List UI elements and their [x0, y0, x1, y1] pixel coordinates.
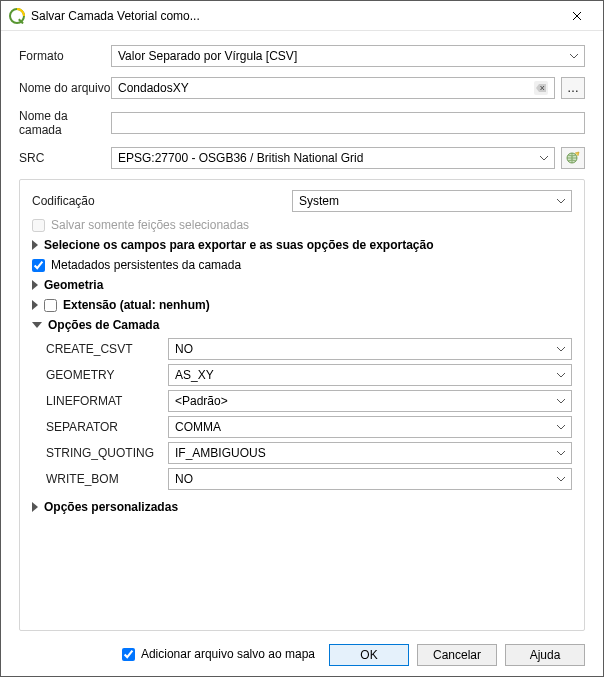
ellipsis-icon: …	[567, 81, 579, 95]
extent-checkbox[interactable]	[44, 299, 57, 312]
extent-section-label: Extensão (atual: nenhum)	[63, 298, 210, 312]
opt-lineformat-label: LINEFORMAT	[46, 394, 168, 408]
opt-geometry: GEOMETRY AS_XY	[46, 364, 572, 386]
opt-geometry-label: GEOMETRY	[46, 368, 168, 382]
chevron-right-icon	[32, 240, 38, 250]
extent-section-toggle[interactable]: Extensão (atual: nenhum)	[32, 298, 572, 312]
chevron-down-icon	[570, 52, 578, 60]
metadata-label: Metadados persistentes da camada	[51, 258, 241, 272]
opt-create-csvt-value: NO	[175, 342, 557, 356]
help-button[interactable]: Ajuda	[505, 644, 585, 666]
help-label: Ajuda	[530, 648, 561, 662]
ok-label: OK	[360, 648, 377, 662]
crs-row: SRC EPSG:27700 - OSGB36 / British Nation…	[19, 147, 585, 169]
custom-options-label: Opções personalizadas	[44, 500, 178, 514]
format-label: Formato	[19, 49, 111, 63]
select-crs-button[interactable]	[561, 147, 585, 169]
crs-combo[interactable]: EPSG:27700 - OSGB36 / British National G…	[111, 147, 555, 169]
chevron-down-icon	[540, 154, 548, 162]
opt-separator: SEPARATOR COMMA	[46, 416, 572, 438]
opt-write-bom-combo[interactable]: NO	[168, 468, 572, 490]
opt-write-bom: WRITE_BOM NO	[46, 468, 572, 490]
custom-options-toggle[interactable]: Opções personalizadas	[32, 500, 572, 514]
opt-lineformat: LINEFORMAT <Padrão>	[46, 390, 572, 412]
layer-options-toggle[interactable]: Opções de Camada	[32, 318, 572, 332]
format-value: Valor Separado por Vírgula [CSV]	[118, 49, 570, 63]
chevron-right-icon	[32, 280, 38, 290]
filename-input[interactable]: CondadosXY	[111, 77, 555, 99]
layername-row: Nome da camada	[19, 109, 585, 137]
opt-geometry-combo[interactable]: AS_XY	[168, 364, 572, 386]
close-icon	[572, 11, 582, 21]
opt-write-bom-label: WRITE_BOM	[46, 472, 168, 486]
opt-create-csvt-combo[interactable]: NO	[168, 338, 572, 360]
browse-button[interactable]: …	[561, 77, 585, 99]
filename-label: Nome do arquivo	[19, 81, 111, 95]
app-logo-icon	[9, 8, 25, 24]
opt-string-quoting-label: STRING_QUOTING	[46, 446, 168, 460]
chevron-down-icon	[32, 322, 42, 328]
chevron-right-icon	[32, 502, 38, 512]
layername-input[interactable]	[111, 112, 585, 134]
opt-string-quoting-value: IF_AMBIGUOUS	[175, 446, 557, 460]
format-row: Formato Valor Separado por Vírgula [CSV]	[19, 45, 585, 67]
cancel-label: Cancelar	[433, 648, 481, 662]
clear-icon[interactable]	[534, 81, 548, 95]
dialog-footer: Adicionar arquivo salvo ao mapa OK Cance…	[1, 634, 603, 676]
opt-lineformat-value: <Padrão>	[175, 394, 557, 408]
close-button[interactable]	[559, 4, 595, 28]
opt-separator-value: COMMA	[175, 420, 557, 434]
opt-string-quoting: STRING_QUOTING IF_AMBIGUOUS	[46, 442, 572, 464]
cancel-button[interactable]: Cancelar	[417, 644, 497, 666]
geometry-section-label: Geometria	[44, 278, 103, 292]
save-selected-checkbox	[32, 219, 45, 232]
chevron-down-icon	[557, 475, 565, 483]
dialog-window: Salvar Camada Vetorial como... Formato V…	[0, 0, 604, 677]
crs-value: EPSG:27700 - OSGB36 / British National G…	[118, 151, 540, 165]
fields-section-toggle[interactable]: Selecione os campos para exportar e as s…	[32, 238, 572, 252]
chevron-down-icon	[557, 345, 565, 353]
opt-create-csvt: CREATE_CSVT NO	[46, 338, 572, 360]
filename-value: CondadosXY	[118, 81, 534, 95]
encoding-label: Codificação	[32, 194, 292, 208]
add-to-map-check[interactable]: Adicionar arquivo salvo ao mapa	[122, 647, 315, 661]
opt-string-quoting-combo[interactable]: IF_AMBIGUOUS	[168, 442, 572, 464]
opt-separator-combo[interactable]: COMMA	[168, 416, 572, 438]
titlebar: Salvar Camada Vetorial como...	[1, 1, 603, 31]
metadata-checkbox[interactable]	[32, 259, 45, 272]
layer-options-label: Opções de Camada	[48, 318, 159, 332]
ok-button[interactable]: OK	[329, 644, 409, 666]
opt-lineformat-combo[interactable]: <Padrão>	[168, 390, 572, 412]
encoding-value: System	[299, 194, 557, 208]
chevron-right-icon	[32, 300, 38, 310]
add-to-map-label: Adicionar arquivo salvo ao mapa	[141, 647, 315, 661]
opt-write-bom-value: NO	[175, 472, 557, 486]
chevron-down-icon	[557, 449, 565, 457]
layername-label: Nome da camada	[19, 109, 111, 137]
dialog-content: Formato Valor Separado por Vírgula [CSV]…	[1, 31, 603, 677]
globe-icon	[565, 151, 581, 165]
chevron-down-icon	[557, 371, 565, 379]
encoding-row: Codificação System	[32, 190, 572, 212]
filename-row: Nome do arquivo CondadosXY …	[19, 77, 585, 99]
chevron-down-icon	[557, 397, 565, 405]
save-selected-label: Salvar somente feições selecionadas	[51, 218, 249, 232]
opt-create-csvt-label: CREATE_CSVT	[46, 342, 168, 356]
save-selected-check: Salvar somente feições selecionadas	[32, 218, 572, 232]
format-combo[interactable]: Valor Separado por Vírgula [CSV]	[111, 45, 585, 67]
chevron-down-icon	[557, 197, 565, 205]
options-panel: Codificação System Salvar somente feiçõe…	[19, 179, 585, 631]
fields-section-label: Selecione os campos para exportar e as s…	[44, 238, 434, 252]
encoding-combo[interactable]: System	[292, 190, 572, 212]
geometry-section-toggle[interactable]: Geometria	[32, 278, 572, 292]
chevron-down-icon	[557, 423, 565, 431]
metadata-check[interactable]: Metadados persistentes da camada	[32, 258, 572, 272]
opt-geometry-value: AS_XY	[175, 368, 557, 382]
add-to-map-checkbox[interactable]	[122, 648, 135, 661]
crs-label: SRC	[19, 151, 111, 165]
opt-separator-label: SEPARATOR	[46, 420, 168, 434]
window-title: Salvar Camada Vetorial como...	[31, 9, 559, 23]
